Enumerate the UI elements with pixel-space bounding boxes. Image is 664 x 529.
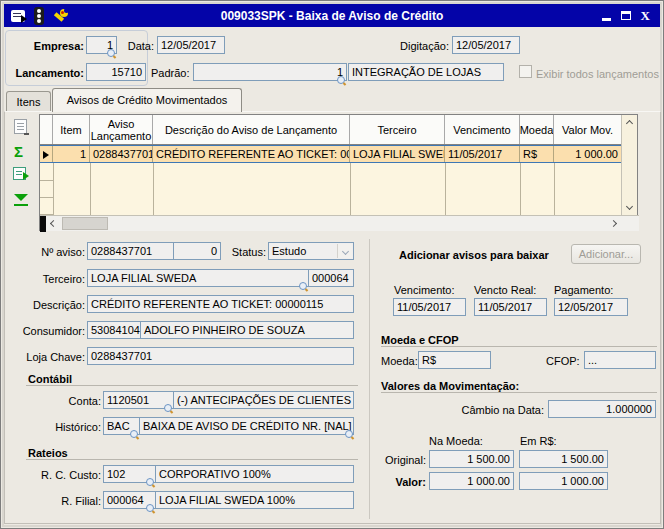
valor-label: Valor: <box>346 474 426 490</box>
window-title: 009033SPK - Baixa de Aviso de Crédito <box>4 9 660 23</box>
table-row[interactable]: 1 0288437701 CRÉDITO REFERENTE AO TICKET… <box>40 145 621 163</box>
cell-valor[interactable]: 1 000.00 <box>554 146 621 162</box>
consumidor-code-field[interactable]: 530841049 <box>87 321 141 339</box>
exibir-todos-checkbox[interactable] <box>519 65 532 78</box>
moeda-cfop-rule <box>381 346 657 347</box>
grid-col-item[interactable]: Item <box>53 115 90 144</box>
close-button[interactable]: X <box>641 9 650 22</box>
form-icon[interactable] <box>11 10 25 22</box>
cfop-field[interactable]: ... <box>584 351 656 369</box>
historico-lookup-icon[interactable] <box>130 430 138 438</box>
padrao-field[interactable]: 1 <box>193 63 347 81</box>
grid-header-marker <box>40 115 53 144</box>
digitacao-field[interactable]: 12/05/2017 <box>452 36 520 54</box>
app-window: 009033SPK - Baixa de Aviso de Crédito X … <box>0 0 664 529</box>
status-combo[interactable]: Estudo <box>268 242 354 260</box>
cell-terceiro[interactable]: LOJA FILIAL SWEDA <box>350 146 445 162</box>
scroll-right-button[interactable] <box>606 216 621 231</box>
cell-moeda[interactable]: R$ <box>520 146 554 162</box>
conta-lookup-icon[interactable] <box>164 404 172 412</box>
titlebar: 009033SPK - Baixa de Aviso de Crédito X <box>4 4 660 27</box>
cell-descricao[interactable]: CRÉDITO REFERENTE AO TICKET: 00000115 <box>153 146 350 162</box>
n-aviso-field[interactable]: 0288437701 <box>87 242 174 260</box>
status-value: Estudo <box>272 245 306 257</box>
cell-aviso[interactable]: 0288437701 <box>90 146 153 162</box>
adicionar-button[interactable]: Adicionar... <box>571 244 641 264</box>
pagamento-field[interactable]: 12/05/2017 <box>554 298 628 316</box>
grid-col-vencimento[interactable]: Vencimento <box>445 115 520 144</box>
wrench-icon[interactable] <box>53 8 69 24</box>
vencto-real-label: Vencto Real: <box>474 282 536 298</box>
consumidor-nome-field[interactable]: ADOLFO PINHEIRO DE SOUZA <box>140 321 354 339</box>
padrao-lookup-icon[interactable] <box>337 76 345 84</box>
cambio-field[interactable]: 1.000000 <box>548 400 656 418</box>
data-label: Data: <box>119 38 154 54</box>
chevron-down-icon <box>341 247 348 254</box>
scroll-down-button[interactable] <box>622 199 637 214</box>
rc-custo-desc-field[interactable]: CORPORATIVO 100% <box>155 465 354 483</box>
conta-desc-field[interactable]: (-) ANTECIPAÇÕES DE CLIENTES <box>173 391 354 409</box>
maximize-button[interactable] <box>621 11 631 20</box>
grid-col-aviso-lancamento[interactable]: Aviso Lançamento <box>90 115 153 144</box>
tab-avisos-credito-movimentados[interactable]: Avisos de Crédito Movimentados <box>52 88 242 112</box>
vencimento-field[interactable]: 11/05/2017 <box>393 298 466 316</box>
terceiro-code-field[interactable]: 000064 <box>308 269 354 287</box>
vencto-real-field[interactable]: 11/05/2017 <box>474 298 547 316</box>
digitacao-label: Digitação: <box>386 38 449 54</box>
lancamento-label: Lancamento: <box>7 65 84 81</box>
original-label: Original: <box>346 452 426 468</box>
adicionar-section-title: Adicionar avisos para baixar <box>399 247 549 263</box>
traffic-light-icon[interactable] <box>34 7 44 25</box>
avisos-grid: Item Aviso Lançamento Descrição do Aviso… <box>39 114 638 231</box>
contabil-rule <box>26 385 358 386</box>
padrao-desc-field[interactable]: INTEGRAÇÃO DE LOJAS <box>348 63 504 81</box>
rc-custo-lookup-icon[interactable] <box>146 478 154 486</box>
grid-col-terceiro[interactable]: Terceiro <box>350 115 445 144</box>
grid-body: 1 0288437701 CRÉDITO REFERENTE AO TICKET… <box>40 145 621 215</box>
historico-desc-field[interactable]: BAIXA DE AVISO DE CRÉDITO NR. [NAL] <box>139 417 354 435</box>
data-field[interactable]: 12/05/2017 <box>157 36 225 54</box>
terceiro-lookup-icon[interactable] <box>299 282 307 290</box>
historico-desc-lookup-icon[interactable] <box>345 430 353 438</box>
moeda-field[interactable]: R$ <box>418 351 491 369</box>
cell-item[interactable]: 1 <box>53 146 90 162</box>
grid-header: Item Aviso Lançamento Descrição do Aviso… <box>40 115 621 145</box>
horizontal-scrollbar[interactable] <box>40 215 639 231</box>
r-filial-desc-field[interactable]: LOJA FILIAL SWEDA 100% <box>155 491 354 509</box>
minimize-button[interactable] <box>602 18 611 21</box>
tab-itens[interactable]: Itens <box>6 91 51 112</box>
n-aviso-label: Nº aviso: <box>7 244 85 260</box>
valor-moeda-field[interactable]: 1 000.00 <box>429 472 514 490</box>
grid-col-descricao[interactable]: Descrição do Aviso de Lançamento <box>153 115 350 144</box>
scroll-thumb[interactable] <box>62 217 108 230</box>
scroll-left-button[interactable] <box>46 216 61 231</box>
terceiro-field[interactable]: LOJA FILIAL SWEDA <box>87 269 309 287</box>
export-icon[interactable] <box>13 167 26 180</box>
scroll-up-button[interactable] <box>622 116 637 131</box>
descricao-field[interactable]: CRÉDITO REFERENTE AO TICKET: 00000115 <box>87 295 354 313</box>
historico-label: Histórico: <box>23 419 101 435</box>
row-marker <box>40 146 53 162</box>
row-marker-icon <box>43 151 49 159</box>
notes-icon[interactable] <box>14 119 27 134</box>
valor-reais-field[interactable]: 1 000.00 <box>519 472 608 490</box>
sum-icon[interactable]: Σ <box>14 144 23 159</box>
rc-custo-label: R. C. Custo: <box>23 467 101 483</box>
exibir-todos-label: Exibir todos lançamentos <box>536 66 656 82</box>
loja-chave-field[interactable]: 0288437701 <box>87 347 354 365</box>
cambio-label: Câmbio na Data: <box>444 402 544 418</box>
original-moeda-field[interactable]: 1 500.00 <box>429 450 514 468</box>
vertical-scrollbar[interactable] <box>621 115 637 215</box>
move-bottom-icon[interactable] <box>14 194 28 206</box>
lancamento-field[interactable]: 15710 <box>86 63 146 81</box>
na-moeda-column-label: Na Moeda: <box>429 433 483 449</box>
loja-chave-label: Loja Chave: <box>7 349 85 365</box>
cell-vencimento[interactable]: 11/05/2017 <box>445 146 520 162</box>
empresa-lookup-icon[interactable] <box>107 49 115 57</box>
status-dropdown-button[interactable] <box>337 244 352 258</box>
original-reais-field[interactable]: 1 500.00 <box>519 450 608 468</box>
n-aviso-seq-field[interactable]: 0 <box>173 242 221 260</box>
r-filial-lookup-icon[interactable] <box>146 504 154 512</box>
grid-col-valor-mov[interactable]: Valor Mov. <box>554 115 621 144</box>
grid-col-moeda[interactable]: Moeda <box>520 115 554 144</box>
